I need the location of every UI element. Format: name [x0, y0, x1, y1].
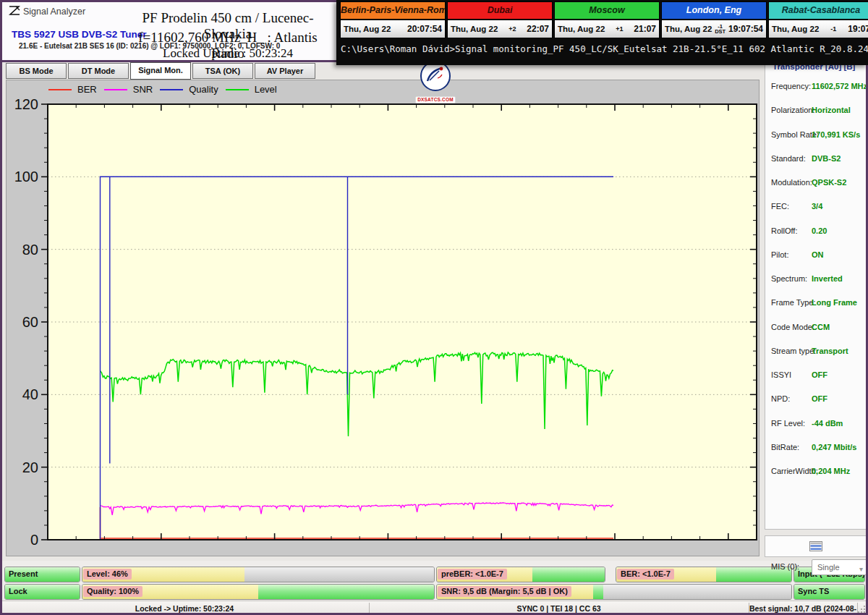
meter-label: Sync TS	[794, 586, 833, 597]
param-value: DVB-S2	[812, 154, 841, 163]
param-value: CCM	[812, 323, 830, 331]
clock-time-row: Thu, Aug 22+222:07	[448, 20, 552, 38]
signal-chart-panel: BERSNRQualityLevel 020406080100120	[6, 80, 760, 556]
param-value: -44 dBm	[812, 419, 843, 428]
status-bar: Locked -> Uptime: 50:23:24 SYNC 0 | TEI …	[0, 601, 868, 615]
clock-date: Thu, Aug 22	[344, 25, 391, 33]
param-label: Pilot:	[771, 250, 788, 259]
tab-bs-mode[interactable]: BS Mode	[6, 63, 67, 79]
param-label: Stream type:	[771, 347, 816, 355]
resize-grip[interactable]	[857, 605, 866, 614]
chevron-down-icon: ▾	[859, 562, 863, 577]
meter-segment	[603, 585, 791, 599]
legend-label: SNR	[133, 84, 153, 95]
clock-time: 22:07	[527, 24, 549, 34]
tab-signal-mon[interactable]: Signal Mon.	[130, 62, 191, 80]
param-label: RollOff:	[771, 226, 797, 235]
status-sync-tei-cc: SYNC 0 | TEI 18 | CC 63	[369, 601, 749, 615]
meter-label: preBER: <1.0E-7	[438, 569, 507, 580]
clock-time: 21:07	[634, 24, 656, 34]
y-tick-label: 120	[14, 96, 38, 112]
param-label: FEC:	[771, 202, 789, 211]
mis-label: MIS (0):	[771, 562, 799, 571]
param-label: Polarization:	[771, 106, 815, 114]
clock-date: Thu, Aug 22	[665, 25, 712, 33]
clock-rabat-casablanca: Rabat-CasablancaThu, Aug 22-119:07	[768, 1, 868, 38]
param-value: Horizontal	[812, 106, 851, 114]
signal-meters: PresentLevel: 46%preBER: <1.0E-7BER: <1.…	[0, 561, 868, 601]
clock-city-label: Berlin-Paris-Vienna-Roma	[341, 2, 445, 20]
y-tick-label: 100	[14, 169, 38, 184]
legend-line	[160, 89, 183, 90]
clock-berlin-paris-vienna-roma: Berlin-Paris-Vienna-RomaThu, Aug 2220:07…	[340, 1, 446, 38]
clock-utc-offset: +1	[616, 25, 623, 33]
param-value: Transport	[812, 347, 848, 355]
clock-time-row: Thu, Aug 22-119:07	[769, 20, 868, 38]
param-label: Frame Type:	[771, 298, 816, 307]
dxsatcs-logo-text: DXSATCS.COM	[415, 96, 456, 103]
transponder-panel: Transponder [A0] [B] Frequency:11602,572…	[765, 61, 867, 530]
window-title: Signal Analyzer	[23, 7, 85, 17]
legend-item-ber: BER	[48, 84, 97, 95]
param-value: ON	[812, 250, 824, 259]
status-divider	[749, 603, 749, 614]
meter-quality: Quality: 100%	[82, 584, 435, 600]
clock-date: Thu, Aug 22	[451, 25, 498, 33]
tab-tsa[interactable]: TSA (OK)	[192, 63, 253, 79]
status-uptime: Locked -> Uptime: 50:23:24	[0, 601, 369, 615]
clock-city-label: London, Eng	[662, 2, 766, 20]
status-best-signal: Best signal: 10,7 dB (2024-08-22 06:48)	[749, 601, 857, 615]
mis-selected-value: Single	[817, 563, 840, 572]
tab-dt-mode[interactable]: DT Mode	[68, 63, 129, 79]
stream-info-button[interactable]	[765, 535, 867, 557]
clock-city-label: Dubai	[448, 2, 552, 20]
legend-line	[104, 89, 127, 90]
status-divider	[369, 603, 370, 614]
clock-dubai: DubaiThu, Aug 22+222:07	[447, 1, 553, 38]
clock-moscow: MoscowThu, Aug 22+121:07	[554, 1, 660, 38]
param-value: 0.20	[812, 226, 827, 235]
param-label: Standard:	[771, 154, 806, 163]
legend-line	[48, 89, 72, 90]
meter-label: Quality: 100%	[83, 586, 142, 597]
clock-time-row: Thu, Aug 22+121:07	[555, 20, 659, 38]
meter-level: Level: 46%	[82, 567, 435, 582]
clock-time: 19:07	[848, 24, 868, 34]
clock-time: 19:07:54	[728, 24, 763, 34]
tuner-name: TBS 5927 USB DVB-S2 Tuner	[12, 29, 147, 40]
param-label: ISSYI	[771, 370, 791, 379]
param-value: 3/4	[812, 202, 822, 211]
meter-segment	[258, 585, 434, 599]
meter-sync-ts: Sync TS	[793, 584, 865, 600]
param-value: 170,991 KS/s	[812, 130, 860, 139]
clock-utc-offset: -1DST	[715, 24, 726, 34]
meter-segment	[532, 567, 605, 582]
clock-utc-offset: -1	[830, 25, 836, 33]
y-tick-label: 40	[22, 386, 38, 402]
titlebar-separator	[0, 60, 337, 62]
dxsatcs-logo: DXSATCS.COM	[414, 61, 457, 98]
meter-label: BER: <1.0E-7	[617, 569, 674, 580]
param-value: 0,247 Mbit/s	[812, 443, 856, 451]
legend-label: BER	[77, 84, 97, 95]
meter-ber: BER: <1.0E-7	[616, 567, 792, 582]
stripes-icon	[809, 541, 822, 551]
mis-select[interactable]: Single ▾	[812, 559, 867, 575]
meter-lock: Lock	[4, 584, 80, 600]
legend-label: Level	[255, 84, 277, 95]
clock-london-eng: London, EngThu, Aug 22-1DST19:07:54	[661, 1, 767, 38]
meter-snr: SNR: 9,5 dB (Margin: 5,5 dB | OK)	[436, 584, 792, 600]
clock-date: Thu, Aug 22	[772, 25, 819, 33]
y-tick-label: 20	[22, 459, 38, 475]
param-label: RF Level:	[771, 419, 805, 428]
tab-av-player[interactable]: AV Player	[255, 63, 315, 79]
param-label: Code Mode:	[771, 323, 814, 331]
param-value: OFF	[812, 394, 827, 403]
param-value: Long Frame	[812, 298, 857, 307]
app-icon	[9, 5, 20, 17]
clock-time-row: Thu, Aug 22-1DST19:07:54	[662, 20, 766, 38]
meter-label: Lock	[5, 586, 31, 597]
terminal-command-line[interactable]: C:\Users\Roman Dávid>Signal monitoring_P…	[341, 43, 864, 54]
meter-label: SNR: 9,5 dB (Margin: 5,5 dB | OK)	[438, 586, 571, 597]
meter-preber: preBER: <1.0E-7	[436, 567, 605, 582]
